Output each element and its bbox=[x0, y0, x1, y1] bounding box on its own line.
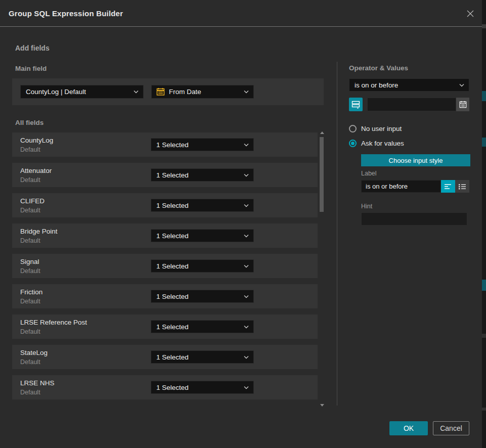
single-line-style-button[interactable] bbox=[441, 180, 455, 193]
field-row-selection-value: 1 Selected bbox=[151, 202, 244, 209]
radio-ask-for-values-label: Ask for values bbox=[361, 140, 404, 147]
field-row: Signal Default 1 Selected bbox=[12, 254, 318, 278]
field-row-name: LRSE NHS bbox=[20, 379, 55, 387]
field-row-selection-value: 1 Selected bbox=[151, 171, 244, 179]
chevron-down-icon bbox=[244, 386, 249, 389]
field-row-subtitle: Default bbox=[20, 267, 40, 275]
main-field-heading: Main field bbox=[15, 65, 47, 72]
hint-heading: Hint bbox=[361, 203, 372, 210]
backdrop-app-edge bbox=[482, 0, 486, 448]
field-row: StateLog Default 1 Selected bbox=[12, 345, 318, 369]
calendar-date-field-icon bbox=[156, 87, 165, 96]
field-row-name: Friction bbox=[20, 288, 42, 296]
dialog-title: Group SQL Expression Builder bbox=[9, 0, 123, 26]
field-row-name: LRSE Reference Post bbox=[20, 319, 87, 326]
chevron-down-icon bbox=[244, 325, 249, 329]
field-row-name: CLIFED bbox=[20, 197, 45, 205]
field-row-subtitle: Default bbox=[20, 298, 40, 305]
field-row-selection-dropdown[interactable]: 1 Selected bbox=[151, 168, 254, 182]
backdrop-fragment bbox=[482, 24, 486, 28]
field-row: CountyLog Default 1 Selected bbox=[12, 132, 318, 157]
field-row-selection-dropdown[interactable]: 1 Selected bbox=[151, 229, 254, 242]
align-left-icon bbox=[444, 183, 452, 190]
field-row-selection-dropdown[interactable]: 1 Selected bbox=[151, 320, 254, 333]
main-layer-select[interactable]: CountyLog | Default bbox=[20, 85, 144, 99]
all-fields-list: CountyLog Default 1 Selected Attenuator … bbox=[12, 132, 318, 399]
ok-button[interactable]: OK bbox=[389, 421, 428, 435]
field-row-selection-value: 1 Selected bbox=[151, 384, 244, 391]
scrollbar-thumb[interactable] bbox=[320, 137, 324, 212]
field-row-selection-value: 1 Selected bbox=[151, 323, 244, 331]
choose-input-style-button[interactable]: Choose input style bbox=[361, 154, 470, 166]
date-value-input[interactable] bbox=[367, 98, 456, 111]
radio-selected-icon bbox=[349, 140, 357, 147]
list-scrollbar[interactable] bbox=[319, 130, 325, 408]
chevron-down-icon bbox=[459, 83, 464, 87]
field-row: LRSE NHS Default 1 Selected bbox=[12, 375, 318, 399]
chevron-down-icon bbox=[244, 234, 249, 238]
field-row-selection-dropdown[interactable]: 1 Selected bbox=[151, 350, 254, 364]
chevron-down-icon bbox=[134, 90, 139, 94]
unique-values-button[interactable] bbox=[349, 98, 363, 111]
main-date-field-select[interactable]: From Date bbox=[151, 85, 254, 99]
scrollbar-up-arrow-icon[interactable] bbox=[320, 131, 324, 134]
field-row-selection-value: 1 Selected bbox=[151, 262, 244, 270]
radio-no-user-input[interactable]: No user input bbox=[349, 124, 470, 133]
field-row-selection-value: 1 Selected bbox=[151, 232, 244, 240]
field-row-subtitle: Default bbox=[20, 389, 40, 396]
field-row-selection-value: 1 Selected bbox=[151, 353, 244, 361]
date-picker-button[interactable] bbox=[456, 98, 469, 111]
main-field-panel: CountyLog | Default From Date bbox=[12, 78, 324, 105]
field-row: CLIFED Default 1 Selected bbox=[12, 193, 318, 217]
label-input[interactable] bbox=[361, 180, 441, 193]
list-style-button[interactable] bbox=[455, 180, 469, 193]
backdrop-fragment bbox=[482, 138, 486, 147]
chevron-down-icon bbox=[244, 295, 249, 298]
field-row-selection-value: 1 Selected bbox=[151, 293, 244, 300]
column-divider bbox=[337, 62, 337, 406]
field-row-selection-dropdown[interactable]: 1 Selected bbox=[151, 138, 254, 151]
operator-values-heading: Operator & Values bbox=[349, 64, 408, 72]
field-row-selection-dropdown[interactable]: 1 Selected bbox=[151, 290, 254, 303]
backdrop-fragment bbox=[482, 91, 486, 101]
field-row-selection-dropdown[interactable]: 1 Selected bbox=[151, 199, 254, 212]
chevron-down-icon bbox=[244, 264, 249, 268]
operator-select[interactable]: is on or before bbox=[349, 78, 469, 92]
field-row-name: CountyLog bbox=[20, 137, 53, 144]
scrollbar-down-arrow-icon[interactable] bbox=[320, 404, 324, 407]
value-stack-icon bbox=[351, 100, 360, 109]
calendar-icon bbox=[459, 101, 467, 108]
radio-unselected-icon bbox=[349, 125, 357, 132]
close-icon bbox=[466, 9, 475, 18]
field-row-name: Signal bbox=[20, 258, 39, 265]
add-fields-heading: Add fields bbox=[15, 44, 50, 52]
field-row-name: Attenuator bbox=[20, 167, 52, 174]
field-row-selection-dropdown[interactable]: 1 Selected bbox=[151, 381, 254, 394]
field-row-subtitle: Default bbox=[20, 237, 40, 244]
field-row: LRSE Reference Post Default 1 Selected bbox=[12, 315, 318, 339]
chevron-down-icon bbox=[244, 143, 249, 147]
close-button[interactable] bbox=[464, 7, 477, 20]
field-row-subtitle: Default bbox=[20, 146, 40, 153]
chevron-down-icon bbox=[244, 355, 249, 359]
group-sql-expression-builder-dialog: Group SQL Expression Builder Add fields … bbox=[0, 0, 486, 448]
all-fields-heading: All fields bbox=[15, 119, 43, 126]
field-row: Friction Default 1 Selected bbox=[12, 284, 318, 308]
field-row-selection-dropdown[interactable]: 1 Selected bbox=[151, 259, 254, 273]
main-layer-select-value: CountyLog | Default bbox=[21, 88, 134, 96]
chevron-down-icon bbox=[244, 90, 249, 94]
hint-input[interactable] bbox=[361, 212, 467, 226]
backdrop-fragment bbox=[482, 408, 486, 411]
bullet-list-icon bbox=[458, 183, 466, 190]
field-row-subtitle: Default bbox=[20, 176, 40, 184]
radio-ask-for-values[interactable]: Ask for values bbox=[349, 139, 470, 148]
cancel-button[interactable]: Cancel bbox=[433, 421, 469, 435]
field-row-name: Bridge Point bbox=[20, 228, 58, 235]
title-divider bbox=[0, 26, 482, 27]
field-row-subtitle: Default bbox=[20, 328, 40, 335]
operator-select-value: is on or before bbox=[349, 81, 459, 89]
field-row: Bridge Point Default 1 Selected bbox=[12, 223, 318, 248]
main-date-field-value: From Date bbox=[165, 88, 244, 96]
field-row-subtitle: Default bbox=[20, 207, 40, 214]
field-row: Attenuator Default 1 Selected bbox=[12, 163, 318, 187]
